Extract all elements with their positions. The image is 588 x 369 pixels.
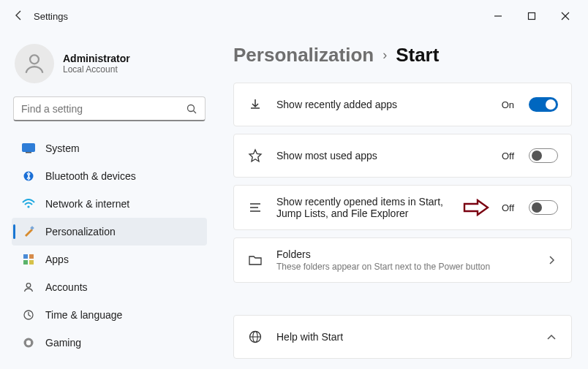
svg-point-2 [30, 55, 39, 64]
toggle-most-used-apps[interactable] [529, 148, 558, 163]
back-button[interactable] [6, 9, 32, 23]
sidebar-item-time-language[interactable]: Time & language [12, 301, 207, 329]
gaming-icon [22, 336, 35, 349]
svg-rect-1 [529, 13, 535, 20]
sidebar: Administrator Local Account System Bluet… [0, 32, 216, 369]
sidebar-item-label: Time & language [45, 309, 122, 321]
chevron-right-icon: › [382, 47, 387, 63]
toggle-recently-added-apps[interactable] [529, 97, 558, 112]
svg-rect-10 [23, 254, 28, 259]
search-input[interactable] [21, 103, 186, 115]
search-icon [186, 103, 197, 115]
search-box[interactable] [13, 96, 206, 121]
maximize-button[interactable] [515, 4, 549, 28]
toggle-recently-opened-items[interactable] [529, 200, 558, 215]
sidebar-item-system[interactable]: System [12, 134, 207, 162]
toggle-state-label: Off [502, 151, 514, 161]
sidebar-item-label: Accounts [45, 281, 88, 293]
wifi-icon [22, 197, 35, 210]
window-title: Settings [34, 11, 68, 22]
sidebar-item-label: Gaming [45, 337, 81, 349]
svg-point-3 [188, 104, 195, 111]
close-icon [561, 12, 570, 20]
bluetooth-icon [22, 170, 35, 183]
sidebar-item-label: Apps [45, 254, 69, 265]
chevron-right-icon [545, 255, 558, 265]
user-block[interactable]: Administrator Local Account [12, 32, 207, 96]
apps-icon [22, 253, 35, 266]
minimize-icon [494, 12, 502, 20]
star-icon [247, 148, 263, 163]
breadcrumb-current: Start [396, 44, 439, 66]
system-icon [22, 142, 35, 155]
person-icon [22, 51, 47, 76]
avatar [15, 44, 54, 83]
breadcrumb-parent[interactable]: Personalization [233, 44, 374, 66]
accounts-icon [22, 281, 35, 294]
sidebar-item-label: Bluetooth & devices [45, 170, 136, 182]
globe-icon [247, 330, 263, 344]
list-icon [247, 200, 263, 215]
arrow-left-icon [13, 9, 25, 21]
sidebar-item-bluetooth[interactable]: Bluetooth & devices [12, 162, 207, 190]
svg-rect-11 [29, 254, 34, 259]
setting-most-used-apps: Show most used apps Off [233, 134, 572, 178]
svg-rect-12 [23, 260, 28, 265]
sidebar-item-network[interactable]: Network & internet [12, 190, 207, 218]
setting-title: Show recently added apps [276, 99, 489, 110]
svg-rect-6 [26, 152, 31, 153]
user-name: Administrator [63, 53, 130, 64]
download-icon [247, 97, 263, 112]
sidebar-item-label: Network & internet [45, 198, 129, 210]
setting-title: Show recently opened items in Start, Jum… [276, 196, 467, 219]
svg-point-8 [27, 205, 29, 208]
titlebar: Settings [0, 0, 588, 32]
minimize-button[interactable] [481, 4, 515, 28]
breadcrumb: Personalization › Start [233, 44, 572, 66]
toggle-state-label: Off [502, 202, 514, 213]
svg-rect-9 [30, 226, 34, 230]
close-button[interactable] [549, 4, 582, 28]
main-panel: Personalization › Start Show recently ad… [216, 32, 588, 369]
setting-title: Help with Start [276, 331, 532, 343]
toggle-state-label: On [502, 99, 514, 110]
sidebar-item-accounts[interactable]: Accounts [12, 273, 207, 301]
maximize-icon [527, 12, 536, 20]
setting-title: Folders [276, 248, 532, 260]
setting-recently-opened-items: Show recently opened items in Start, Jum… [233, 185, 572, 230]
setting-help-with-start[interactable]: Help with Start [233, 315, 572, 359]
setting-subtitle: These folders appear on Start next to th… [276, 262, 532, 272]
chevron-up-icon [545, 333, 558, 341]
sidebar-item-personalization[interactable]: Personalization [12, 218, 207, 246]
clock-icon [22, 308, 35, 322]
svg-rect-5 [23, 144, 35, 152]
sidebar-item-label: Personalization [45, 226, 116, 237]
svg-rect-13 [29, 260, 34, 265]
sidebar-item-apps[interactable]: Apps [12, 246, 207, 273]
folder-icon [247, 254, 263, 267]
user-sub: Local Account [63, 64, 130, 75]
svg-line-4 [194, 110, 197, 113]
setting-recently-added-apps: Show recently added apps On [233, 83, 572, 126]
sidebar-item-gaming[interactable]: Gaming [12, 329, 207, 357]
setting-title: Show most used apps [276, 150, 489, 161]
sidebar-item-label: System [45, 142, 80, 154]
setting-folders[interactable]: Folders These folders appear on Start ne… [233, 237, 572, 283]
svg-point-14 [26, 284, 31, 288]
paintbrush-icon [22, 225, 35, 238]
